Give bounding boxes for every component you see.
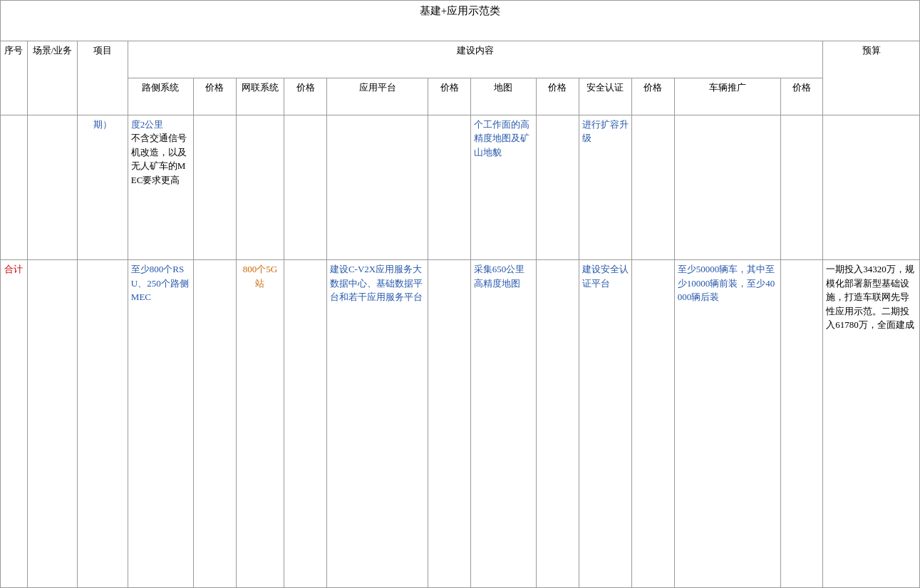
main-table: 基建+应用示范类 序号 场景/业务 项目 建设内容 预算 路侧系统 价格 网联系…	[0, 0, 920, 588]
table-row-2: 合计 至少800个RSU、250个路侧MEC 800个5G站 建设C-V2X应用…	[1, 260, 920, 588]
col-network: 网联系统	[236, 78, 284, 115]
col-project: 项目	[78, 41, 128, 115]
row1-security: 进行扩容升级	[579, 115, 632, 259]
col-price5: 价格	[632, 78, 675, 115]
row2-budget: 一期投入34320万，规模化部署新型基础设施，打造车联网先导性应用示范。二期投入…	[823, 260, 920, 588]
row2-project	[78, 260, 128, 588]
row2-scene	[27, 260, 77, 588]
row2-roadside: 至少800个RSU、250个路侧MEC	[128, 260, 193, 588]
row1-budget	[823, 115, 920, 259]
col-scene: 场景/业务	[27, 41, 77, 115]
row2-price4	[536, 260, 579, 588]
col-price3: 价格	[428, 78, 471, 115]
col-vehicle: 车辆推广	[674, 78, 780, 115]
row2-price5	[632, 260, 675, 588]
row1-price2	[284, 115, 327, 259]
row1-price4	[536, 115, 579, 259]
row2-price1	[193, 260, 236, 588]
row1-roadside: 度2公里 不含交通信号机改造，以及无人矿车的MEC要求更高	[128, 115, 193, 259]
row2-vehicle: 至少50000辆车，其中至少10000辆前装，至少40000辆后装	[674, 260, 780, 588]
table-row-1: 期） 度2公里 不含交通信号机改造，以及无人矿车的MEC要求更高 个工作面的高精…	[1, 115, 920, 259]
col-price4: 价格	[536, 78, 579, 115]
col-price2: 价格	[284, 78, 327, 115]
row2-price6	[780, 260, 823, 588]
row2-price3	[428, 260, 471, 588]
col-price6: 价格	[780, 78, 823, 115]
row2-seq: 合计	[1, 260, 28, 588]
row2-network: 800个5G站	[236, 260, 284, 588]
col-roadside: 路侧系统	[128, 78, 193, 115]
row2-app-platform: 建设C-V2X应用服务大数据中心、基础数据平台和若干应用服务平台	[326, 260, 428, 588]
col-map: 地图	[470, 78, 536, 115]
row1-seq	[1, 115, 28, 259]
row1-price6	[780, 115, 823, 259]
row1-vehicle	[674, 115, 780, 259]
row1-scene	[27, 115, 77, 259]
col-app-platform: 应用平台	[326, 78, 428, 115]
row1-price1	[193, 115, 236, 259]
col-price1: 价格	[193, 78, 236, 115]
table-title: 基建+应用示范类	[1, 1, 920, 41]
row1-price5	[632, 115, 675, 259]
col-security: 安全认证	[579, 78, 632, 115]
row2-map: 采集650公里高精度地图	[470, 260, 536, 588]
col-budget: 预算	[823, 41, 920, 115]
col-seq: 序号	[1, 41, 28, 115]
row2-price2	[284, 260, 327, 588]
row1-map: 个工作面的高精度地图及矿山地貌	[470, 115, 536, 259]
row1-network	[236, 115, 284, 259]
row1-app-platform	[326, 115, 428, 259]
row1-price3	[428, 115, 471, 259]
col-jianshe-header: 建设内容	[128, 41, 823, 78]
row1-project: 期）	[78, 115, 128, 259]
row2-security: 建设安全认证平台	[579, 260, 632, 588]
